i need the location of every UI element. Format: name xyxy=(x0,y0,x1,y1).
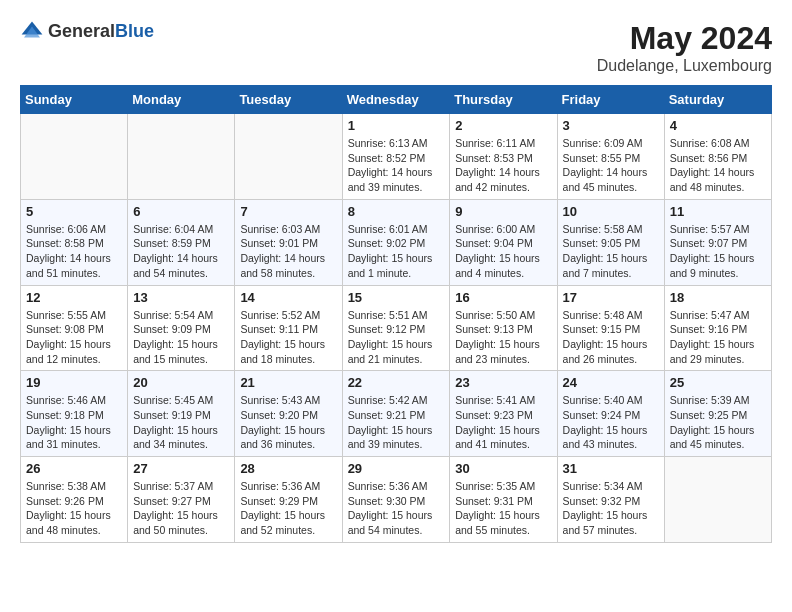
day-number: 22 xyxy=(348,375,445,390)
day-detail: Sunrise: 6:04 AM Sunset: 8:59 PM Dayligh… xyxy=(133,222,229,281)
day-number: 28 xyxy=(240,461,336,476)
table-row: 31Sunrise: 5:34 AM Sunset: 9:32 PM Dayli… xyxy=(557,457,664,543)
table-row: 7Sunrise: 6:03 AM Sunset: 9:01 PM Daylig… xyxy=(235,199,342,285)
day-number: 14 xyxy=(240,290,336,305)
logo-text: GeneralBlue xyxy=(48,22,154,42)
table-row: 16Sunrise: 5:50 AM Sunset: 9:13 PM Dayli… xyxy=(450,285,557,371)
day-number: 18 xyxy=(670,290,766,305)
day-detail: Sunrise: 5:54 AM Sunset: 9:09 PM Dayligh… xyxy=(133,308,229,367)
table-row: 27Sunrise: 5:37 AM Sunset: 9:27 PM Dayli… xyxy=(128,457,235,543)
day-detail: Sunrise: 5:58 AM Sunset: 9:05 PM Dayligh… xyxy=(563,222,659,281)
table-row: 12Sunrise: 5:55 AM Sunset: 9:08 PM Dayli… xyxy=(21,285,128,371)
table-row: 14Sunrise: 5:52 AM Sunset: 9:11 PM Dayli… xyxy=(235,285,342,371)
table-row: 11Sunrise: 5:57 AM Sunset: 9:07 PM Dayli… xyxy=(664,199,771,285)
logo: GeneralBlue xyxy=(20,20,154,44)
day-detail: Sunrise: 6:06 AM Sunset: 8:58 PM Dayligh… xyxy=(26,222,122,281)
day-detail: Sunrise: 6:11 AM Sunset: 8:53 PM Dayligh… xyxy=(455,136,551,195)
day-detail: Sunrise: 5:47 AM Sunset: 9:16 PM Dayligh… xyxy=(670,308,766,367)
day-detail: Sunrise: 5:48 AM Sunset: 9:15 PM Dayligh… xyxy=(563,308,659,367)
calendar-week-row: 19Sunrise: 5:46 AM Sunset: 9:18 PM Dayli… xyxy=(21,371,772,457)
calendar-header-row: Sunday Monday Tuesday Wednesday Thursday… xyxy=(21,86,772,114)
day-detail: Sunrise: 5:40 AM Sunset: 9:24 PM Dayligh… xyxy=(563,393,659,452)
table-row: 24Sunrise: 5:40 AM Sunset: 9:24 PM Dayli… xyxy=(557,371,664,457)
day-detail: Sunrise: 5:46 AM Sunset: 9:18 PM Dayligh… xyxy=(26,393,122,452)
col-friday: Friday xyxy=(557,86,664,114)
table-row: 6Sunrise: 6:04 AM Sunset: 8:59 PM Daylig… xyxy=(128,199,235,285)
day-number: 7 xyxy=(240,204,336,219)
page-header: GeneralBlue May 2024 Dudelange, Luxembou… xyxy=(20,20,772,75)
title-block: May 2024 Dudelange, Luxembourg xyxy=(597,20,772,75)
day-detail: Sunrise: 5:41 AM Sunset: 9:23 PM Dayligh… xyxy=(455,393,551,452)
day-detail: Sunrise: 6:03 AM Sunset: 9:01 PM Dayligh… xyxy=(240,222,336,281)
col-thursday: Thursday xyxy=(450,86,557,114)
day-number: 11 xyxy=(670,204,766,219)
logo-icon xyxy=(20,20,44,44)
day-number: 29 xyxy=(348,461,445,476)
calendar-week-row: 1Sunrise: 6:13 AM Sunset: 8:52 PM Daylig… xyxy=(21,114,772,200)
day-number: 16 xyxy=(455,290,551,305)
table-row xyxy=(21,114,128,200)
day-number: 12 xyxy=(26,290,122,305)
table-row: 23Sunrise: 5:41 AM Sunset: 9:23 PM Dayli… xyxy=(450,371,557,457)
day-number: 17 xyxy=(563,290,659,305)
day-number: 8 xyxy=(348,204,445,219)
day-number: 9 xyxy=(455,204,551,219)
day-detail: Sunrise: 5:57 AM Sunset: 9:07 PM Dayligh… xyxy=(670,222,766,281)
table-row xyxy=(128,114,235,200)
day-detail: Sunrise: 5:37 AM Sunset: 9:27 PM Dayligh… xyxy=(133,479,229,538)
table-row: 4Sunrise: 6:08 AM Sunset: 8:56 PM Daylig… xyxy=(664,114,771,200)
day-detail: Sunrise: 6:13 AM Sunset: 8:52 PM Dayligh… xyxy=(348,136,445,195)
day-detail: Sunrise: 5:36 AM Sunset: 9:29 PM Dayligh… xyxy=(240,479,336,538)
day-number: 10 xyxy=(563,204,659,219)
table-row: 2Sunrise: 6:11 AM Sunset: 8:53 PM Daylig… xyxy=(450,114,557,200)
day-detail: Sunrise: 5:38 AM Sunset: 9:26 PM Dayligh… xyxy=(26,479,122,538)
day-number: 30 xyxy=(455,461,551,476)
table-row: 5Sunrise: 6:06 AM Sunset: 8:58 PM Daylig… xyxy=(21,199,128,285)
table-row: 29Sunrise: 5:36 AM Sunset: 9:30 PM Dayli… xyxy=(342,457,450,543)
table-row: 9Sunrise: 6:00 AM Sunset: 9:04 PM Daylig… xyxy=(450,199,557,285)
table-row: 22Sunrise: 5:42 AM Sunset: 9:21 PM Dayli… xyxy=(342,371,450,457)
table-row: 8Sunrise: 6:01 AM Sunset: 9:02 PM Daylig… xyxy=(342,199,450,285)
day-number: 15 xyxy=(348,290,445,305)
table-row: 1Sunrise: 6:13 AM Sunset: 8:52 PM Daylig… xyxy=(342,114,450,200)
calendar-week-row: 5Sunrise: 6:06 AM Sunset: 8:58 PM Daylig… xyxy=(21,199,772,285)
table-row: 15Sunrise: 5:51 AM Sunset: 9:12 PM Dayli… xyxy=(342,285,450,371)
table-row: 28Sunrise: 5:36 AM Sunset: 9:29 PM Dayli… xyxy=(235,457,342,543)
day-number: 19 xyxy=(26,375,122,390)
table-row: 25Sunrise: 5:39 AM Sunset: 9:25 PM Dayli… xyxy=(664,371,771,457)
day-detail: Sunrise: 5:42 AM Sunset: 9:21 PM Dayligh… xyxy=(348,393,445,452)
day-number: 2 xyxy=(455,118,551,133)
col-monday: Monday xyxy=(128,86,235,114)
logo-blue: Blue xyxy=(115,21,154,41)
day-number: 31 xyxy=(563,461,659,476)
day-detail: Sunrise: 5:52 AM Sunset: 9:11 PM Dayligh… xyxy=(240,308,336,367)
calendar-week-row: 26Sunrise: 5:38 AM Sunset: 9:26 PM Dayli… xyxy=(21,457,772,543)
day-detail: Sunrise: 6:00 AM Sunset: 9:04 PM Dayligh… xyxy=(455,222,551,281)
table-row: 13Sunrise: 5:54 AM Sunset: 9:09 PM Dayli… xyxy=(128,285,235,371)
day-number: 5 xyxy=(26,204,122,219)
day-detail: Sunrise: 5:39 AM Sunset: 9:25 PM Dayligh… xyxy=(670,393,766,452)
table-row: 30Sunrise: 5:35 AM Sunset: 9:31 PM Dayli… xyxy=(450,457,557,543)
day-detail: Sunrise: 5:50 AM Sunset: 9:13 PM Dayligh… xyxy=(455,308,551,367)
table-row xyxy=(235,114,342,200)
table-row: 21Sunrise: 5:43 AM Sunset: 9:20 PM Dayli… xyxy=(235,371,342,457)
day-detail: Sunrise: 5:45 AM Sunset: 9:19 PM Dayligh… xyxy=(133,393,229,452)
day-number: 25 xyxy=(670,375,766,390)
day-detail: Sunrise: 5:34 AM Sunset: 9:32 PM Dayligh… xyxy=(563,479,659,538)
day-detail: Sunrise: 6:09 AM Sunset: 8:55 PM Dayligh… xyxy=(563,136,659,195)
col-saturday: Saturday xyxy=(664,86,771,114)
day-number: 1 xyxy=(348,118,445,133)
calendar-title: May 2024 xyxy=(597,20,772,57)
day-detail: Sunrise: 5:36 AM Sunset: 9:30 PM Dayligh… xyxy=(348,479,445,538)
calendar-table: Sunday Monday Tuesday Wednesday Thursday… xyxy=(20,85,772,543)
table-row: 26Sunrise: 5:38 AM Sunset: 9:26 PM Dayli… xyxy=(21,457,128,543)
day-number: 27 xyxy=(133,461,229,476)
day-number: 3 xyxy=(563,118,659,133)
day-number: 13 xyxy=(133,290,229,305)
table-row: 17Sunrise: 5:48 AM Sunset: 9:15 PM Dayli… xyxy=(557,285,664,371)
day-number: 21 xyxy=(240,375,336,390)
day-number: 23 xyxy=(455,375,551,390)
col-sunday: Sunday xyxy=(21,86,128,114)
day-detail: Sunrise: 5:35 AM Sunset: 9:31 PM Dayligh… xyxy=(455,479,551,538)
col-tuesday: Tuesday xyxy=(235,86,342,114)
